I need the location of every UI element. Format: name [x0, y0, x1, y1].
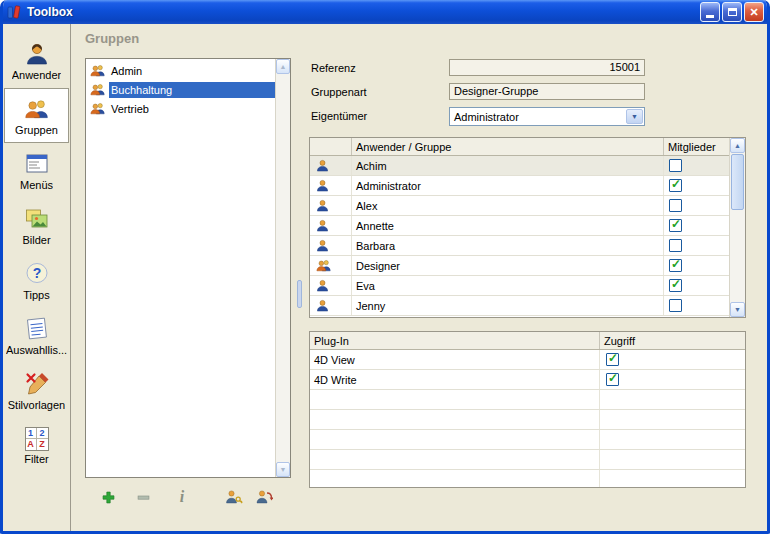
group-list: Admin Buchhaltung Vertrieb ▲ ▼ — [85, 58, 291, 478]
toolbox-window: Toolbox ✕ Anwender Gruppen Menüs Bi — [0, 0, 770, 534]
group-list-item-selected[interactable]: Buchhaltung — [86, 80, 275, 99]
members-scrollbar[interactable]: ▲ ▼ — [729, 138, 745, 317]
scroll-up-icon[interactable]: ▲ — [730, 138, 745, 153]
user-icon — [310, 236, 352, 255]
sidebar-item-bilder[interactable]: Bilder — [3, 198, 70, 253]
chevron-down-icon[interactable]: ▼ — [626, 109, 643, 124]
sidebar-item-label: Anwender — [12, 69, 62, 81]
member-checkbox[interactable] — [669, 259, 682, 272]
sidebar-item-auswahllisten[interactable]: Auswahllis... — [3, 308, 70, 363]
member-name: Achim — [352, 156, 664, 175]
member-name: Administrator — [352, 176, 664, 195]
maximize-icon — [728, 8, 737, 16]
plugin-row[interactable]: 4D Write — [310, 370, 745, 390]
filter-icon: 1 2 A Z — [25, 427, 49, 451]
add-group-button[interactable] — [97, 486, 119, 508]
member-row[interactable]: Achim — [310, 156, 729, 176]
access-checkbox[interactable] — [606, 353, 619, 366]
member-checkbox[interactable] — [669, 199, 682, 212]
scroll-up-icon[interactable]: ▲ — [276, 59, 290, 74]
close-button[interactable]: ✕ — [744, 2, 764, 22]
icon-column-header — [310, 138, 352, 155]
member-checkbox[interactable] — [669, 219, 682, 232]
choice-list-icon — [24, 316, 50, 342]
plus-icon — [101, 490, 116, 505]
menu-icon — [24, 151, 50, 177]
name-column-header: Anwender / Gruppe — [352, 138, 664, 155]
member-name: Eva — [352, 276, 664, 295]
window-title: Toolbox — [27, 5, 695, 19]
minimize-button[interactable] — [700, 2, 720, 22]
minus-icon — [136, 490, 151, 505]
sidebar-item-stilvorlagen[interactable]: Stilvorlagen — [3, 363, 70, 418]
member-checkbox[interactable] — [669, 159, 682, 172]
group-list-scrollbar[interactable]: ▲ ▼ — [275, 59, 290, 477]
group-icon — [90, 83, 106, 96]
member-checkbox[interactable] — [669, 179, 682, 192]
scrollbar-thumb[interactable] — [731, 154, 744, 210]
user-key-icon — [225, 489, 243, 505]
user-icon — [310, 276, 352, 295]
group-label: Vertrieb — [109, 101, 275, 117]
sidebar-item-label: Bilder — [22, 234, 50, 246]
member-name: Designer — [352, 256, 664, 275]
sidebar-item-label: Tipps — [23, 289, 50, 301]
scroll-down-icon[interactable]: ▼ — [276, 462, 290, 477]
user-icon — [310, 196, 352, 215]
member-row[interactable]: Alex — [310, 196, 729, 216]
member-row[interactable]: Administrator — [310, 176, 729, 196]
user-icon — [310, 176, 352, 195]
member-row[interactable]: Designer — [310, 256, 729, 276]
plugin-row-empty — [310, 390, 745, 410]
eigentuemer-select[interactable]: Administrator ▼ — [449, 107, 645, 126]
user-properties-button[interactable] — [223, 486, 245, 508]
referenz-field[interactable]: 15001 — [449, 59, 645, 76]
plugin-row[interactable]: 4D View — [310, 350, 745, 370]
pictures-icon — [24, 206, 50, 232]
member-row[interactable]: Jenny — [310, 296, 729, 316]
sidebar-item-label: Gruppen — [15, 124, 58, 136]
titlebar[interactable]: Toolbox ✕ — [0, 0, 770, 24]
user-icon — [310, 296, 352, 315]
scroll-down-icon[interactable]: ▼ — [730, 302, 745, 317]
sidebar-item-anwender[interactable]: Anwender — [3, 33, 70, 88]
plugins-table: Plug-In Zugriff 4D View 4D Write — [309, 331, 746, 488]
splitter[interactable] — [296, 58, 303, 478]
eigentuemer-value: Administrator — [450, 111, 626, 123]
member-row[interactable]: Barbara — [310, 236, 729, 256]
splitter-handle[interactable] — [297, 280, 302, 308]
sidebar-item-menus[interactable]: Menüs — [3, 143, 70, 198]
maximize-button[interactable] — [722, 2, 742, 22]
member-checkbox[interactable] — [669, 299, 682, 312]
user-assign-button[interactable] — [253, 486, 275, 508]
user-arrow-icon — [255, 489, 273, 505]
gruppenart-label: Gruppenart — [311, 86, 367, 98]
member-checkbox[interactable] — [669, 279, 682, 292]
group-icon — [24, 96, 50, 122]
group-list-item[interactable]: Admin — [86, 61, 275, 80]
group-icon — [90, 64, 106, 77]
group-list-toolbar: i — [85, 482, 295, 512]
sidebar-item-gruppen[interactable]: Gruppen — [4, 88, 69, 143]
plugin-name: 4D View — [310, 350, 600, 369]
sidebar-item-tipps[interactable]: Tipps — [3, 253, 70, 308]
member-row[interactable]: Eva — [310, 276, 729, 296]
member-name: Annette — [352, 216, 664, 235]
tips-icon — [24, 261, 50, 287]
access-column-header: Zugriff — [600, 332, 745, 349]
plugin-name: 4D Write — [310, 370, 600, 389]
user-icon — [24, 41, 50, 67]
access-checkbox[interactable] — [606, 373, 619, 386]
member-row[interactable]: Annette — [310, 216, 729, 236]
info-button[interactable]: i — [171, 486, 193, 508]
group-list-item[interactable]: Vertrieb — [86, 99, 275, 118]
sidebar-item-label: Menüs — [20, 179, 53, 191]
group-icon — [90, 102, 106, 115]
sidebar-item-filter[interactable]: 1 2 A Z Filter — [3, 418, 70, 473]
remove-group-button[interactable] — [132, 486, 154, 508]
group-label: Admin — [109, 63, 275, 79]
member-column-header: Mitglieder — [664, 138, 729, 155]
main-panel: Gruppen Admin Buchhaltung Vertrieb — [71, 24, 767, 531]
member-checkbox[interactable] — [669, 239, 682, 252]
gruppenart-field[interactable]: Designer-Gruppe — [449, 83, 645, 100]
